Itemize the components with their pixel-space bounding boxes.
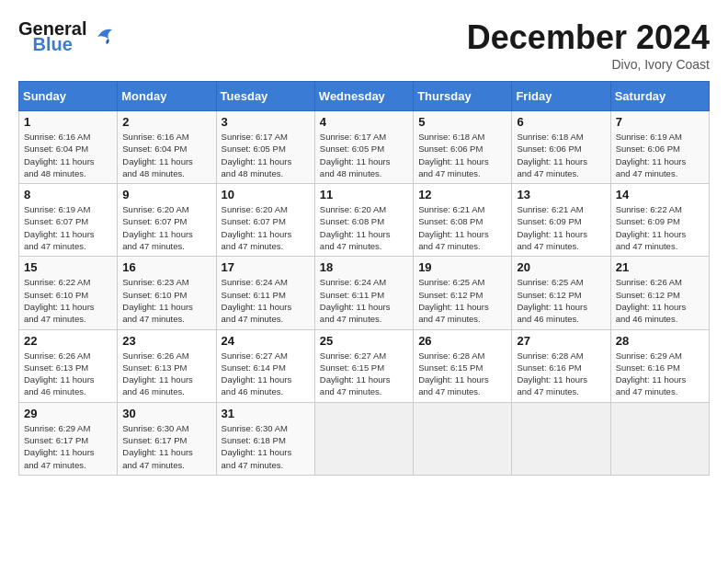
calendar-cell: 23Sunrise: 6:26 AM Sunset: 6:13 PM Dayli… (118, 329, 216, 402)
calendar-week-row: 15Sunrise: 6:22 AM Sunset: 6:10 PM Dayli… (19, 257, 710, 329)
calendar-cell: 30Sunrise: 6:30 AM Sunset: 6:17 PM Dayli… (118, 402, 216, 475)
calendar-cell: 7Sunrise: 6:19 AM Sunset: 6:06 PM Daylig… (610, 111, 709, 184)
calendar-cell (610, 402, 709, 475)
calendar-cell: 10Sunrise: 6:20 AM Sunset: 6:07 PM Dayli… (216, 184, 314, 257)
day-number: 3 (222, 115, 310, 129)
calendar-cell: 2Sunrise: 6:16 AM Sunset: 6:04 PM Daylig… (118, 111, 216, 184)
day-number: 7 (616, 115, 704, 129)
day-number: 21 (616, 260, 704, 274)
day-number: 12 (418, 188, 506, 201)
calendar-cell: 20Sunrise: 6:25 AM Sunset: 6:12 PM Dayli… (512, 257, 610, 329)
calendar-cell: 18Sunrise: 6:24 AM Sunset: 6:11 PM Dayli… (314, 257, 413, 329)
calendar-cell: 24Sunrise: 6:27 AM Sunset: 6:14 PM Dayli… (216, 329, 314, 402)
day-number: 13 (517, 188, 605, 201)
calendar-week-row: 8Sunrise: 6:19 AM Sunset: 6:07 PM Daylig… (19, 184, 710, 257)
day-info: Sunrise: 6:30 AM Sunset: 6:17 PM Dayligh… (122, 422, 210, 471)
calendar-cell: 13Sunrise: 6:21 AM Sunset: 6:09 PM Dayli… (512, 184, 610, 257)
calendar-cell: 3Sunrise: 6:17 AM Sunset: 6:05 PM Daylig… (216, 111, 314, 184)
day-number: 8 (24, 188, 112, 201)
day-info: Sunrise: 6:29 AM Sunset: 6:16 PM Dayligh… (616, 350, 704, 398)
weekday-header-wednesday: Wednesday (314, 82, 413, 111)
day-number: 22 (24, 334, 112, 348)
calendar-cell: 12Sunrise: 6:21 AM Sunset: 6:08 PM Dayli… (414, 184, 512, 257)
calendar-cell: 26Sunrise: 6:28 AM Sunset: 6:15 PM Dayli… (414, 329, 512, 402)
day-info: Sunrise: 6:17 AM Sunset: 6:05 PM Dayligh… (222, 131, 310, 179)
day-info: Sunrise: 6:26 AM Sunset: 6:12 PM Dayligh… (616, 276, 704, 325)
day-info: Sunrise: 6:17 AM Sunset: 6:05 PM Dayligh… (320, 131, 408, 179)
day-info: Sunrise: 6:27 AM Sunset: 6:14 PM Dayligh… (222, 350, 310, 398)
logo-blue: Blue (33, 34, 73, 55)
logo: General Blue (18, 18, 116, 55)
day-number: 17 (222, 260, 310, 274)
calendar-header: SundayMondayTuesdayWednesdayThursdayFrid… (19, 82, 710, 111)
day-info: Sunrise: 6:21 AM Sunset: 6:09 PM Dayligh… (517, 203, 605, 252)
weekday-header-friday: Friday (512, 82, 610, 111)
day-info: Sunrise: 6:22 AM Sunset: 6:09 PM Dayligh… (616, 203, 704, 252)
day-info: Sunrise: 6:23 AM Sunset: 6:10 PM Dayligh… (122, 276, 210, 325)
weekday-header-sunday: Sunday (19, 82, 118, 111)
calendar-cell (512, 402, 610, 475)
day-info: Sunrise: 6:22 AM Sunset: 6:10 PM Dayligh… (24, 276, 112, 325)
location: Divo, Ivory Coast (467, 57, 710, 72)
calendar-cell: 29Sunrise: 6:29 AM Sunset: 6:17 PM Dayli… (19, 402, 118, 475)
day-number: 28 (616, 334, 704, 348)
day-number: 18 (320, 260, 408, 274)
day-number: 23 (122, 334, 210, 348)
day-info: Sunrise: 6:19 AM Sunset: 6:06 PM Dayligh… (616, 131, 704, 179)
day-info: Sunrise: 6:21 AM Sunset: 6:08 PM Dayligh… (418, 203, 506, 252)
day-number: 30 (122, 407, 210, 420)
day-info: Sunrise: 6:16 AM Sunset: 6:04 PM Dayligh… (24, 131, 112, 179)
page-header: General Blue December 2024 Divo, Ivory C… (18, 18, 710, 72)
day-number: 24 (222, 334, 310, 348)
day-info: Sunrise: 6:18 AM Sunset: 6:06 PM Dayligh… (517, 131, 605, 179)
day-info: Sunrise: 6:24 AM Sunset: 6:11 PM Dayligh… (320, 276, 408, 325)
day-info: Sunrise: 6:16 AM Sunset: 6:04 PM Dayligh… (122, 131, 210, 179)
day-number: 29 (24, 407, 112, 420)
day-info: Sunrise: 6:26 AM Sunset: 6:13 PM Dayligh… (122, 350, 210, 398)
calendar-cell: 14Sunrise: 6:22 AM Sunset: 6:09 PM Dayli… (610, 184, 709, 257)
calendar-cell: 28Sunrise: 6:29 AM Sunset: 6:16 PM Dayli… (610, 329, 709, 402)
calendar-week-row: 29Sunrise: 6:29 AM Sunset: 6:17 PM Dayli… (19, 402, 710, 475)
logo-bird-icon (90, 26, 116, 48)
day-info: Sunrise: 6:27 AM Sunset: 6:15 PM Dayligh… (320, 350, 408, 398)
calendar-cell: 8Sunrise: 6:19 AM Sunset: 6:07 PM Daylig… (19, 184, 118, 257)
calendar-cell: 4Sunrise: 6:17 AM Sunset: 6:05 PM Daylig… (314, 111, 413, 184)
day-number: 27 (517, 334, 605, 348)
day-number: 16 (122, 260, 210, 274)
calendar-week-row: 1Sunrise: 6:16 AM Sunset: 6:04 PM Daylig… (19, 111, 710, 184)
calendar-cell: 21Sunrise: 6:26 AM Sunset: 6:12 PM Dayli… (610, 257, 709, 329)
calendar-cell: 27Sunrise: 6:28 AM Sunset: 6:16 PM Dayli… (512, 329, 610, 402)
calendar-week-row: 22Sunrise: 6:26 AM Sunset: 6:13 PM Dayli… (19, 329, 710, 402)
day-number: 1 (24, 115, 112, 129)
day-number: 26 (418, 334, 506, 348)
calendar-cell: 17Sunrise: 6:24 AM Sunset: 6:11 PM Dayli… (216, 257, 314, 329)
weekday-header-thursday: Thursday (414, 82, 512, 111)
calendar-cell: 11Sunrise: 6:20 AM Sunset: 6:08 PM Dayli… (314, 184, 413, 257)
calendar-cell: 31Sunrise: 6:30 AM Sunset: 6:18 PM Dayli… (216, 402, 314, 475)
day-info: Sunrise: 6:29 AM Sunset: 6:17 PM Dayligh… (24, 422, 112, 471)
day-number: 10 (222, 188, 310, 201)
weekday-header-saturday: Saturday (610, 82, 709, 111)
day-info: Sunrise: 6:20 AM Sunset: 6:07 PM Dayligh… (222, 203, 310, 252)
calendar-cell: 9Sunrise: 6:20 AM Sunset: 6:07 PM Daylig… (118, 184, 216, 257)
day-info: Sunrise: 6:24 AM Sunset: 6:11 PM Dayligh… (222, 276, 310, 325)
title-area: December 2024 Divo, Ivory Coast (467, 18, 710, 72)
calendar-cell: 6Sunrise: 6:18 AM Sunset: 6:06 PM Daylig… (512, 111, 610, 184)
month-title: December 2024 (467, 18, 710, 57)
day-info: Sunrise: 6:25 AM Sunset: 6:12 PM Dayligh… (517, 276, 605, 325)
day-info: Sunrise: 6:26 AM Sunset: 6:13 PM Dayligh… (24, 350, 112, 398)
day-number: 31 (222, 407, 310, 420)
day-number: 4 (320, 115, 408, 129)
day-info: Sunrise: 6:25 AM Sunset: 6:12 PM Dayligh… (418, 276, 506, 325)
day-info: Sunrise: 6:20 AM Sunset: 6:07 PM Dayligh… (122, 203, 210, 252)
day-number: 9 (122, 188, 210, 201)
day-number: 2 (122, 115, 210, 129)
day-number: 19 (418, 260, 506, 274)
day-number: 20 (517, 260, 605, 274)
day-info: Sunrise: 6:18 AM Sunset: 6:06 PM Dayligh… (418, 131, 506, 179)
day-info: Sunrise: 6:28 AM Sunset: 6:16 PM Dayligh… (517, 350, 605, 398)
calendar-cell (314, 402, 413, 475)
day-number: 15 (24, 260, 112, 274)
day-number: 6 (517, 115, 605, 129)
calendar-cell: 15Sunrise: 6:22 AM Sunset: 6:10 PM Dayli… (19, 257, 118, 329)
